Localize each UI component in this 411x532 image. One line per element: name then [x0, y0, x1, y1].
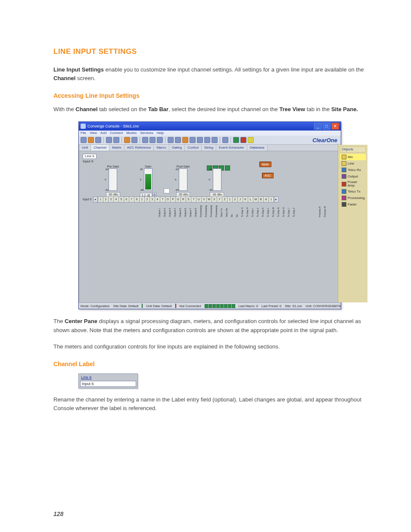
tab-gating[interactable]: Gating — [169, 145, 185, 151]
toolbar-icon[interactable] — [222, 137, 228, 143]
route-cell[interactable]: G — [176, 196, 181, 202]
route-cell[interactable]: 3 — [150, 196, 155, 202]
route-cell[interactable]: J — [238, 196, 243, 202]
menu-bar: FileViewAddConnectModesServicesHelp — [79, 131, 341, 136]
tab-matrix[interactable]: Matrix — [109, 145, 125, 151]
menu-help[interactable]: Help — [157, 131, 164, 135]
channel-link[interactable]: Line 6 — [80, 375, 136, 380]
route-cell[interactable]: 1 — [269, 196, 274, 202]
route-cell[interactable]: M — [253, 196, 258, 202]
object-icon — [342, 174, 346, 179]
toolbar-icon[interactable] — [212, 137, 218, 143]
connect-icon[interactable] — [233, 137, 239, 143]
route-cell[interactable]: 1 — [227, 196, 233, 202]
route-cell[interactable]: 4 — [155, 196, 160, 202]
route-scroll-right[interactable]: ▸ — [274, 196, 279, 202]
tab-macro[interactable]: Macro — [154, 145, 169, 151]
toolbar-icon[interactable] — [131, 137, 137, 143]
menu-modes[interactable]: Modes — [126, 131, 137, 135]
route-cell[interactable]: Z — [222, 196, 227, 202]
object-item-mic[interactable]: Mic — [340, 154, 366, 160]
route-cell[interactable]: L — [248, 196, 253, 202]
route-cell[interactable]: 3 — [109, 196, 114, 202]
tab-control[interactable]: Control — [185, 145, 202, 151]
object-item-line[interactable]: Line — [340, 160, 366, 167]
toolbar-icon[interactable] — [113, 137, 119, 143]
channel-label[interactable]: Line 9 — [83, 154, 97, 159]
object-item-output[interactable]: Output — [340, 173, 366, 180]
tab-string[interactable]: String — [202, 145, 216, 151]
tab-unit[interactable]: Unit — [79, 145, 91, 151]
menu-file[interactable]: File — [81, 131, 86, 135]
object-item-telco-tx[interactable]: Telco Tx — [340, 188, 366, 195]
route-cell[interactable]: 5 — [119, 196, 124, 202]
toolbar-icon[interactable] — [157, 137, 163, 143]
route-cell[interactable]: 2 — [233, 196, 238, 202]
toolbar-icon[interactable] — [175, 137, 181, 143]
channel-label-input[interactable]: Input 6 — [80, 381, 136, 387]
mute-button[interactable]: Mute — [259, 162, 271, 167]
route-cell[interactable]: O — [165, 196, 171, 202]
window-maximize-button[interactable]: □ — [323, 123, 330, 130]
route-cell[interactable]: W — [207, 196, 212, 202]
toolbar-icon[interactable] — [182, 137, 188, 143]
toolbar-icon[interactable] — [124, 137, 130, 143]
tab-event-scheduler[interactable]: Event Scheduler — [216, 145, 247, 151]
gain-step-up[interactable]: ▴ — [153, 192, 156, 195]
route-cell[interactable]: 2 — [145, 196, 150, 202]
route-cell[interactable]: V — [202, 196, 207, 202]
help-icon[interactable] — [248, 137, 254, 143]
toolbar-icon[interactable] — [95, 137, 101, 143]
route-cell[interactable]: 1 — [140, 196, 145, 202]
object-item-power-amp[interactable]: Power Amp — [340, 180, 366, 188]
tab-database[interactable]: Database — [247, 145, 268, 151]
toolbar-icon[interactable] — [149, 137, 156, 143]
route-scroll-left[interactable]: ◂ — [93, 196, 98, 202]
route-cell[interactable]: S — [186, 196, 191, 202]
route-cell[interactable]: Y — [217, 196, 222, 202]
toolbar-icon[interactable] — [88, 137, 94, 143]
gain-slider[interactable]: 200-65 — [144, 168, 153, 191]
agc-button[interactable]: AGC — [262, 173, 274, 178]
route-cell[interactable]: K — [243, 196, 248, 202]
tab-aec-reference[interactable]: AEC Reference — [125, 145, 154, 151]
route-cell[interactable]: 1 — [98, 196, 103, 202]
tab-channel[interactable]: Channel — [91, 145, 109, 151]
object-item-fader[interactable]: Fader — [340, 201, 366, 208]
route-column-label — [329, 203, 334, 218]
toolbar-icon[interactable] — [197, 137, 203, 143]
route-cell[interactable]: 6 — [124, 196, 129, 202]
mute-indicator[interactable] — [225, 165, 230, 171]
route-cell[interactable]: T — [191, 196, 196, 202]
toolbar-icon[interactable] — [190, 137, 196, 143]
route-cell[interactable]: P — [171, 196, 176, 202]
route-cell[interactable]: A — [264, 196, 269, 202]
route-cell[interactable]: R — [181, 196, 186, 202]
route-cell[interactable]: X — [212, 196, 217, 202]
route-cell[interactable]: 4 — [114, 196, 119, 202]
route-cell[interactable]: 7 — [129, 196, 134, 202]
toolbar-icon[interactable] — [81, 137, 87, 143]
menu-view[interactable]: View — [90, 131, 97, 135]
menu-services[interactable]: Services — [140, 131, 153, 135]
route-cell[interactable]: B — [258, 196, 264, 202]
toolbar-icon[interactable] — [106, 137, 112, 143]
toolbar-icon[interactable] — [204, 137, 210, 143]
object-item-telco-rx[interactable]: Telco Rx — [340, 167, 366, 173]
route-cell[interactable]: T — [160, 196, 165, 202]
route-cell[interactable]: 8 — [134, 196, 140, 202]
disconnect-icon[interactable] — [240, 137, 246, 143]
center-pane: Line 9 Input 9 Mute AGC Pre Gain -200-30… — [79, 151, 338, 302]
toolbar-icon[interactable] — [168, 137, 174, 143]
menu-connect[interactable]: Connect — [110, 131, 123, 135]
route-checkbox[interactable] — [164, 188, 170, 193]
route-cell[interactable]: 2 — [103, 196, 109, 202]
route-cell[interactable]: U — [196, 196, 202, 202]
menu-add[interactable]: Add — [100, 131, 106, 135]
toolbar-icon[interactable] — [142, 137, 148, 143]
route-column-label: Processing — [200, 203, 205, 218]
intro-bold1: Line Input Settings — [53, 66, 104, 73]
window-close-button[interactable]: ✕ — [331, 123, 339, 130]
window-minimize-button[interactable]: _ — [314, 123, 322, 130]
object-item-processing[interactable]: Processing — [340, 195, 366, 201]
